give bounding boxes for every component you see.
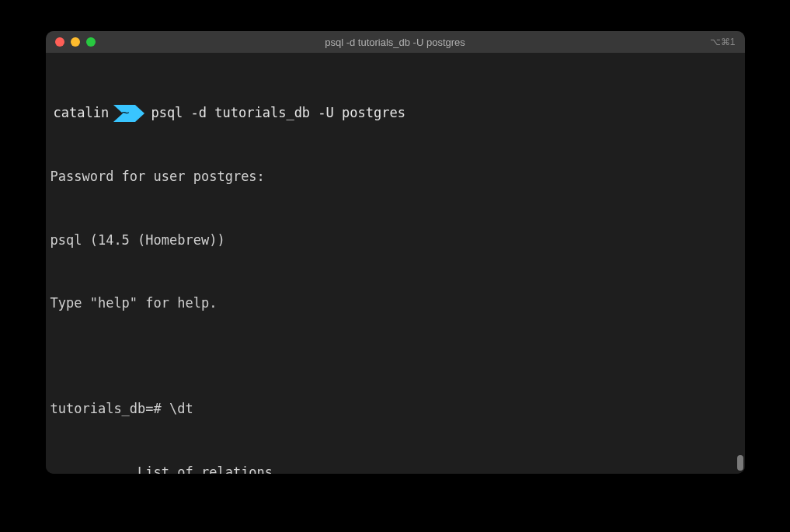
output-help-hint: Type "help" for help. <box>50 293 740 314</box>
psql-command: tutorials_db=# \dt <box>50 398 740 419</box>
scrollbar-thumb[interactable] <box>737 455 743 471</box>
terminal-body[interactable]: catalin ~ psql -d tutorials_db -U postgr… <box>46 53 745 474</box>
prompt-user: catalin <box>50 103 114 123</box>
terminal-window: psql -d tutorials_db -U postgres ⌥⌘1 cat… <box>46 31 745 474</box>
arrow-notch-icon <box>113 105 123 122</box>
traffic-lights <box>46 37 96 47</box>
prompt-path-segment: ~ <box>113 105 144 122</box>
table-title: List of relations <box>50 462 740 474</box>
minimize-icon[interactable] <box>71 37 80 47</box>
window-title: psql -d tutorials_db -U postgres <box>46 37 745 48</box>
window-pane-indicator: ⌥⌘1 <box>710 37 736 47</box>
prompt-command: psql -d tutorials_db -U postgres <box>144 103 405 123</box>
titlebar: psql -d tutorials_db -U postgres ⌥⌘1 <box>46 31 745 53</box>
output-version: psql (14.5 (Homebrew)) <box>50 230 740 251</box>
arrow-tip-icon <box>135 105 144 122</box>
close-icon[interactable] <box>55 37 64 47</box>
output-password-prompt: Password for user postgres: <box>50 166 740 187</box>
maximize-icon[interactable] <box>86 37 96 47</box>
prompt-line: catalin ~ psql -d tutorials_db -U postgr… <box>50 103 740 123</box>
